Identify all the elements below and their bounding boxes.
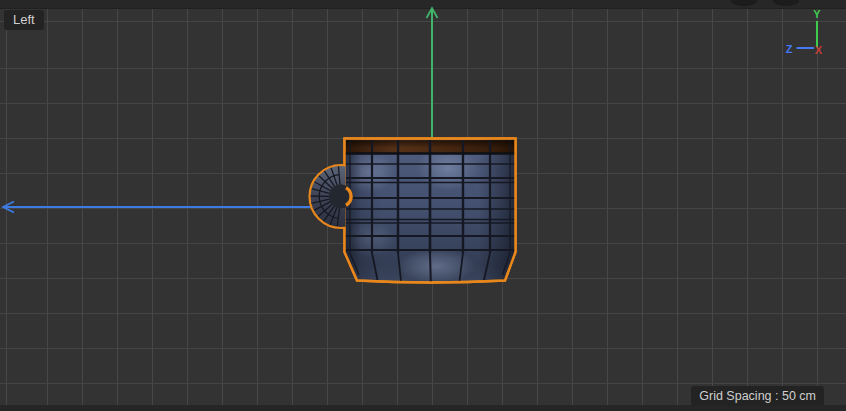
gizmo-y-label: Y: [813, 8, 821, 20]
3d-app-window: { "view_label": "Left", "status": { "gri…: [0, 0, 846, 411]
gizmo-z-label: Z: [786, 43, 793, 55]
view-label: Left: [4, 10, 44, 30]
model-mug[interactable]: [310, 138, 517, 285]
gizmo-x-label: X: [815, 44, 823, 56]
viewport-left[interactable]: Y Z X Left Grid Spacing : 50 cm: [0, 0, 846, 411]
move-gizmo-y-axis[interactable]: [427, 8, 438, 145]
axis-gizmo: Y Z X: [786, 8, 823, 56]
grid-spacing-label: Grid Spacing : 50 cm: [691, 386, 824, 406]
move-gizmo-z-axis[interactable]: [3, 202, 311, 213]
scene-canvas[interactable]: Y Z X: [0, 0, 846, 411]
mug-body-shading: [341, 138, 516, 285]
